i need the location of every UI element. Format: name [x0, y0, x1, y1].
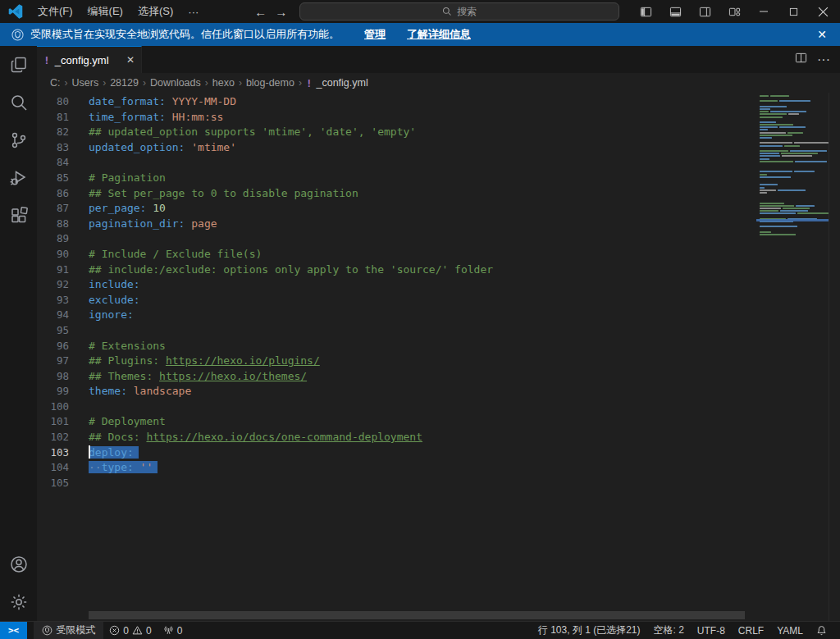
notifications-bell[interactable] — [810, 622, 833, 639]
horizontal-scrollbar[interactable] — [89, 611, 745, 619]
code-line[interactable]: exclude: — [89, 293, 756, 308]
tab-config-yml[interactable]: ! _config.yml ✕ — [37, 46, 142, 73]
nav-forward-icon[interactable]: → — [275, 5, 287, 19]
cursor-position-status[interactable]: 行 103, 列 1 (已选择21) — [532, 622, 647, 639]
account-icon[interactable] — [0, 545, 37, 583]
tab-close-icon[interactable]: ✕ — [126, 54, 135, 66]
toggle-secondary-sidebar-icon[interactable] — [691, 1, 719, 22]
nav-back-icon[interactable]: ← — [254, 5, 267, 19]
indentation-status[interactable]: 空格: 2 — [647, 622, 691, 639]
command-center-search[interactable]: 搜索 — [299, 2, 619, 21]
breadcrumb-item[interactable]: hexo — [212, 77, 235, 89]
code-line[interactable]: ··type: '' — [89, 460, 756, 476]
language-mode-status[interactable]: YAML — [770, 622, 810, 639]
menu-file[interactable]: 文件(F) — [31, 2, 80, 21]
line-number[interactable]: 101 — [37, 414, 89, 430]
line-number[interactable]: 87 — [37, 201, 89, 217]
maximize-button[interactable] — [779, 1, 807, 22]
line-number[interactable]: 103 — [37, 445, 89, 461]
code-line[interactable]: per_page: 10 — [89, 201, 756, 217]
line-number[interactable]: 90 — [37, 247, 89, 262]
code-line[interactable]: # Extensions — [89, 339, 756, 354]
banner-close-icon[interactable]: ✕ — [812, 28, 832, 41]
breadcrumb-item[interactable]: blog-demo — [246, 77, 294, 89]
line-number[interactable]: 81 — [37, 110, 89, 126]
remote-indicator[interactable]: >< — [0, 622, 27, 639]
banner-learn-more-link[interactable]: 了解详细信息 — [407, 27, 471, 42]
breadcrumb-item[interactable]: 28129 — [110, 77, 139, 89]
line-number[interactable]: 86 — [37, 186, 89, 202]
toggle-panel-icon[interactable] — [661, 1, 689, 22]
line-number[interactable]: 84 — [37, 155, 89, 171]
code-line[interactable]: date_format: YYYY-MM-DD — [89, 94, 756, 110]
line-number[interactable]: 105 — [37, 476, 89, 491]
code-content[interactable]: date_format: YYYY-MM-DDtime_format: HH:m… — [89, 94, 756, 621]
line-number[interactable]: 92 — [37, 277, 89, 293]
search-view-icon[interactable] — [0, 84, 37, 121]
code-line[interactable]: theme: landscape — [89, 384, 756, 399]
line-number[interactable]: 96 — [37, 339, 89, 354]
code-line[interactable] — [89, 476, 756, 491]
line-number[interactable]: 83 — [37, 140, 89, 156]
code-line[interactable]: ## Themes: https://hexo.io/themes/ — [89, 369, 756, 385]
source-control-icon[interactable] — [0, 121, 37, 159]
line-number[interactable]: 95 — [37, 323, 89, 339]
line-number[interactable]: 88 — [37, 217, 89, 232]
line-number[interactable]: 91 — [37, 262, 89, 278]
code-line[interactable]: # Pagination — [89, 171, 756, 186]
line-number[interactable]: 94 — [37, 308, 89, 323]
code-line[interactable] — [89, 323, 756, 339]
customize-layout-icon[interactable] — [720, 1, 748, 22]
code-line[interactable]: updated_option: 'mtime' — [89, 140, 756, 156]
code-line[interactable]: ## updated_option supports 'mtime', 'dat… — [89, 125, 756, 140]
close-window-button[interactable] — [809, 1, 837, 22]
code-line[interactable]: ## include:/exclude: options only apply … — [89, 262, 756, 278]
problems-status[interactable]: 0 0 — [103, 622, 157, 639]
line-number[interactable]: 80 — [37, 94, 89, 110]
vertical-scrollbar[interactable] — [829, 93, 840, 621]
code-line[interactable]: pagination_dir: page — [89, 217, 756, 232]
extensions-icon[interactable] — [0, 197, 37, 235]
line-number[interactable]: 100 — [37, 399, 89, 415]
line-number[interactable]: 82 — [37, 125, 89, 140]
breadcrumb-file[interactable]: !_config.yml — [306, 77, 368, 89]
code-line[interactable]: time_format: HH:mm:ss — [89, 110, 756, 126]
breadcrumb-item[interactable]: Downloads — [150, 77, 201, 89]
minimap[interactable] — [756, 93, 829, 621]
code-line[interactable] — [89, 399, 756, 415]
code-line[interactable]: ## Plugins: https://hexo.io/plugins/ — [89, 354, 756, 369]
line-number[interactable]: 99 — [37, 384, 89, 399]
toggle-sidebar-icon[interactable] — [632, 1, 660, 22]
menu-more[interactable]: ··· — [181, 3, 205, 21]
ports-status[interactable]: 0 — [158, 622, 189, 639]
code-line[interactable]: ## Docs: https://hexo.io/docs/one-comman… — [89, 430, 756, 445]
code-line[interactable] — [89, 155, 756, 171]
line-number[interactable]: 93 — [37, 293, 89, 308]
code-line[interactable]: deploy: — [89, 445, 756, 461]
code-line[interactable]: # Deployment — [89, 414, 756, 430]
restricted-mode-status[interactable]: 受限模式 — [34, 622, 103, 639]
code-line[interactable]: # Include / Exclude file(s) — [89, 247, 756, 262]
breadcrumb-item[interactable]: C: — [50, 77, 61, 89]
line-number[interactable]: 97 — [37, 354, 89, 369]
settings-gear-icon[interactable] — [0, 583, 37, 621]
editor[interactable]: 8081828384858687888990919293949596979899… — [37, 93, 840, 621]
code-line[interactable]: ## Set per_page to 0 to disable paginati… — [89, 186, 756, 202]
eol-status[interactable]: CRLF — [732, 622, 770, 639]
split-editor-icon[interactable] — [795, 52, 807, 67]
line-number[interactable]: 98 — [37, 369, 89, 385]
line-number[interactable]: 85 — [37, 171, 89, 186]
code-line[interactable]: include: — [89, 277, 756, 293]
menu-selection[interactable]: 选择(S) — [131, 2, 180, 21]
menu-edit[interactable]: 编辑(E) — [81, 2, 130, 21]
editor-more-actions-icon[interactable]: ··· — [817, 52, 830, 67]
run-debug-icon[interactable] — [0, 159, 37, 197]
explorer-icon[interactable] — [0, 46, 37, 84]
breadcrumb-item[interactable]: Users — [72, 77, 99, 89]
encoding-status[interactable]: UTF-8 — [691, 622, 732, 639]
code-line[interactable] — [89, 231, 756, 247]
line-number[interactable]: 89 — [37, 231, 89, 247]
code-line[interactable]: ignore: — [89, 308, 756, 323]
minimize-button[interactable] — [750, 1, 778, 22]
banner-manage-link[interactable]: 管理 — [364, 27, 386, 42]
